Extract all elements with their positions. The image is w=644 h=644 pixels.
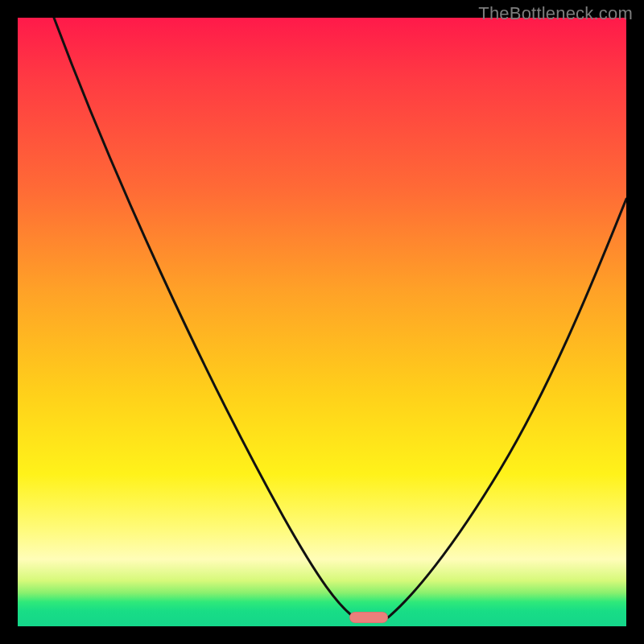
bottleneck-curve	[18, 18, 626, 626]
watermark-text: TheBottleneck.com	[478, 3, 633, 24]
curve-left	[54, 18, 354, 617]
curve-right	[388, 199, 626, 617]
chart-frame: TheBottleneck.com	[0, 0, 644, 644]
plot-area	[18, 18, 626, 626]
minimum-marker	[349, 612, 388, 623]
